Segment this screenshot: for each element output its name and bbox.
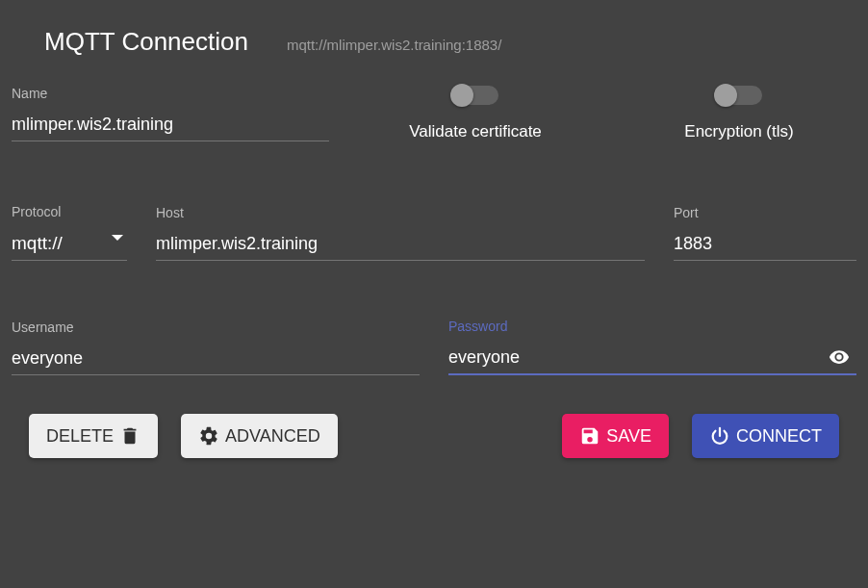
gear-icon — [198, 425, 219, 447]
toggle-thumb — [450, 84, 473, 107]
host-label: Host — [156, 205, 645, 220]
delete-button[interactable]: DELETE — [29, 414, 158, 458]
encryption-label: Encryption (tls) — [684, 122, 793, 141]
protocol-label: Protocol — [12, 204, 127, 219]
connect-button-label: CONNECT — [736, 426, 822, 447]
host-input[interactable] — [156, 230, 645, 261]
username-label: Username — [12, 320, 420, 335]
name-input[interactable] — [12, 111, 329, 141]
trash-icon — [119, 425, 140, 447]
toggle-thumb — [714, 84, 737, 107]
save-icon — [579, 425, 600, 447]
power-icon — [709, 425, 730, 447]
port-input[interactable] — [674, 230, 856, 261]
protocol-value: mqtt:// — [12, 229, 127, 261]
save-button-label: SAVE — [606, 426, 651, 447]
save-button[interactable]: SAVE — [562, 414, 669, 458]
password-label: Password — [448, 319, 856, 334]
name-label: Name — [12, 86, 329, 101]
validate-certificate-toggle[interactable] — [452, 86, 498, 105]
advanced-button-label: ADVANCED — [225, 426, 320, 447]
port-label: Port — [674, 205, 856, 220]
chevron-down-icon — [112, 235, 123, 241]
connection-url: mqtt://mlimper.wis2.training:1883/ — [287, 37, 501, 53]
page-title: MQTT Connection — [44, 27, 248, 57]
delete-button-label: DELETE — [46, 426, 114, 447]
eye-icon — [829, 346, 850, 368]
protocol-select[interactable]: mqtt:// — [12, 229, 127, 261]
validate-certificate-label: Validate certificate — [409, 122, 542, 141]
advanced-button[interactable]: ADVANCED — [181, 414, 338, 458]
encryption-toggle[interactable] — [716, 86, 762, 105]
password-input[interactable] — [448, 344, 856, 375]
connect-button[interactable]: CONNECT — [692, 414, 839, 458]
username-input[interactable] — [12, 345, 420, 375]
toggle-password-visibility-button[interactable] — [826, 344, 853, 371]
